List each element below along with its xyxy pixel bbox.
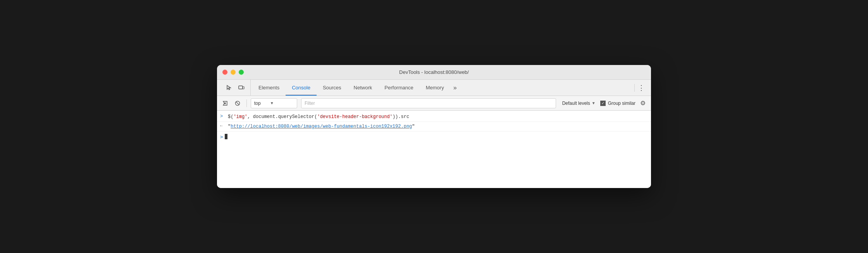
code-string1: 'img': [233, 114, 247, 120]
toolbar-icons-group: [220, 80, 251, 96]
console-output: > $('img', document.querySelector('devsi…: [217, 111, 651, 188]
tab-sources[interactable]: Sources: [317, 80, 348, 96]
window-controls: [222, 70, 244, 75]
tab-elements[interactable]: Elements: [252, 80, 286, 96]
tab-network[interactable]: Network: [348, 80, 379, 96]
devtools-window: DevTools - localhost:8080/web/: [217, 65, 651, 188]
clear-console-icon: [222, 101, 228, 106]
context-select[interactable]: top ▼: [251, 98, 297, 108]
clear-console-button[interactable]: [220, 98, 230, 108]
console-line-output: ← "http://localhost:8080/web/images/web-…: [217, 122, 651, 132]
checkbox-checked-icon: ✓: [600, 101, 606, 106]
toolbar-divider: [246, 99, 247, 107]
maximize-button[interactable]: [239, 70, 244, 75]
console-input-text: $('img', document.querySelector('devsite…: [228, 113, 648, 120]
console-settings-button[interactable]: ⚙: [638, 98, 648, 108]
code-middle: , document.querySelector(: [247, 114, 317, 120]
context-select-arrow: ▼: [270, 101, 274, 105]
prompt-symbol: >: [220, 134, 223, 140]
tab-console[interactable]: Console: [286, 80, 317, 96]
cursor-icon: [226, 85, 232, 91]
svg-line-6: [236, 102, 239, 105]
inspect-element-button[interactable]: [224, 83, 234, 93]
window-content: Elements Console Sources Network Perform…: [217, 80, 651, 188]
minimize-button[interactable]: [231, 70, 236, 75]
quote-close: ": [412, 124, 415, 129]
tab-performance[interactable]: Performance: [378, 80, 419, 96]
device-toggle-button[interactable]: [236, 83, 246, 93]
levels-arrow: ▼: [592, 101, 596, 105]
cursor-blink: [225, 134, 227, 139]
close-button[interactable]: [222, 70, 227, 75]
code-prefix: $(: [228, 114, 233, 120]
console-output-text: "http://localhost:8080/web/images/web-fu…: [228, 123, 648, 130]
output-chevron: ←: [220, 123, 226, 128]
filter-input[interactable]: [301, 98, 556, 108]
tabs-more-button[interactable]: »: [450, 84, 460, 91]
levels-button[interactable]: Default levels ▼: [560, 100, 598, 107]
block-icon: [235, 101, 240, 106]
input-chevron: >: [220, 114, 226, 119]
code-suffix: )).src: [393, 114, 409, 120]
title-bar: DevTools - localhost:8080/web/: [217, 65, 651, 80]
console-link[interactable]: http://localhost:8080/web/images/web-fun…: [231, 124, 412, 129]
group-similar-checkbox[interactable]: ✓ Group similar: [600, 101, 636, 106]
svg-rect-1: [243, 87, 244, 89]
device-icon: [238, 85, 245, 91]
devtools-menu-button[interactable]: ⋮: [635, 84, 648, 92]
code-string2: 'devsite-header-background': [317, 114, 392, 120]
svg-rect-0: [239, 86, 243, 89]
block-console-button[interactable]: [232, 98, 243, 108]
console-line-input: > $('img', document.querySelector('devsi…: [217, 112, 651, 122]
console-prompt-line[interactable]: >: [217, 132, 651, 142]
tab-memory[interactable]: Memory: [420, 80, 450, 96]
window-title: DevTools - localhost:8080/web/: [399, 69, 469, 75]
tab-bar: Elements Console Sources Network Perform…: [217, 80, 651, 96]
console-toolbar: top ▼ Default levels ▼ ✓ Group similar ⚙: [217, 96, 651, 111]
